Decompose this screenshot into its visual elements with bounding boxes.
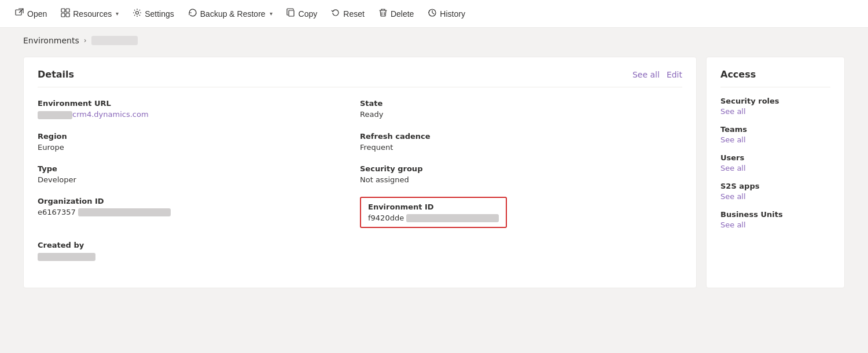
created-by-label: Created by bbox=[38, 241, 360, 249]
backup-restore-icon bbox=[188, 8, 197, 19]
env-id-text: f9420dde bbox=[368, 214, 404, 222]
created-by-blurred bbox=[38, 253, 95, 261]
resources-icon bbox=[61, 8, 70, 19]
backup-restore-button[interactable]: Backup & Restore ▾ bbox=[182, 5, 278, 23]
access-item-users: Users See all bbox=[720, 153, 830, 172]
backup-restore-dropdown-arrow: ▾ bbox=[270, 10, 273, 17]
refresh-cadence-value: Frequent bbox=[360, 143, 682, 152]
env-url-link[interactable]: crm4.dynamics.com bbox=[72, 110, 149, 119]
reset-button[interactable]: Reset bbox=[325, 5, 370, 23]
svg-rect-4 bbox=[66, 13, 69, 17]
region-value: Europe bbox=[38, 143, 360, 152]
see-all-link[interactable]: See all bbox=[632, 70, 660, 79]
state-field: State Ready bbox=[360, 99, 682, 132]
state-label: State bbox=[360, 99, 682, 108]
env-id-field: Environment ID f9420dde bbox=[360, 197, 682, 241]
region-field: Region Europe bbox=[38, 132, 360, 164]
access-item-s2s-apps: S2S apps See all bbox=[720, 182, 830, 201]
access-card-divider bbox=[720, 87, 830, 87]
security-group-value: Not assigned bbox=[360, 175, 682, 184]
users-see-all[interactable]: See all bbox=[720, 164, 746, 172]
org-id-label: Organization ID bbox=[38, 197, 360, 205]
env-id-value: f9420dde bbox=[368, 214, 499, 223]
access-item-teams: Teams See all bbox=[720, 125, 830, 144]
delete-icon bbox=[378, 8, 388, 19]
env-id-blurred bbox=[406, 214, 499, 222]
resources-label: Resources bbox=[73, 9, 112, 19]
copy-icon bbox=[286, 8, 296, 19]
reset-icon bbox=[331, 8, 340, 19]
env-id-label: Environment ID bbox=[368, 203, 499, 211]
business-units-see-all[interactable]: See all bbox=[720, 220, 746, 229]
access-item-security-roles: Security roles See all bbox=[720, 97, 830, 116]
settings-label: Settings bbox=[145, 9, 174, 19]
refresh-cadence-field: Refresh cadence Frequent bbox=[360, 132, 682, 164]
resources-dropdown-arrow: ▾ bbox=[116, 10, 119, 17]
svg-rect-1 bbox=[61, 9, 65, 12]
resources-button[interactable]: Resources ▾ bbox=[55, 5, 124, 23]
access-card-title: Access bbox=[720, 69, 830, 80]
backup-restore-label: Backup & Restore bbox=[200, 9, 266, 19]
org-id-field: Organization ID e6167357 bbox=[38, 197, 360, 241]
s2s-apps-see-all[interactable]: See all bbox=[720, 192, 746, 201]
breadcrumb: Environments › bbox=[0, 28, 868, 51]
edit-link[interactable]: Edit bbox=[667, 70, 682, 79]
s2s-apps-label: S2S apps bbox=[720, 182, 830, 190]
open-icon bbox=[15, 8, 24, 19]
teams-label: Teams bbox=[720, 125, 830, 134]
org-id-text: e6167357 bbox=[38, 208, 76, 216]
delete-button[interactable]: Delete bbox=[373, 5, 420, 23]
svg-rect-0 bbox=[16, 10, 21, 15]
security-roles-see-all[interactable]: See all bbox=[720, 107, 746, 116]
details-card-divider bbox=[38, 87, 682, 87]
copy-button[interactable]: Copy bbox=[281, 5, 323, 23]
region-label: Region bbox=[38, 132, 360, 141]
history-label: History bbox=[440, 9, 465, 19]
history-icon bbox=[428, 8, 437, 19]
breadcrumb-current bbox=[91, 36, 138, 45]
access-card: Access Security roles See all Teams See … bbox=[706, 57, 845, 288]
settings-button[interactable]: Settings bbox=[127, 5, 180, 23]
env-id-highlighted-box: Environment ID f9420dde bbox=[360, 197, 507, 229]
state-value: Ready bbox=[360, 110, 682, 119]
refresh-cadence-label: Refresh cadence bbox=[360, 132, 682, 141]
business-units-label: Business Units bbox=[720, 210, 830, 219]
created-by-field: Created by bbox=[38, 241, 360, 274]
env-url-field: Environment URL crm4.dynamics.com bbox=[38, 99, 360, 132]
type-field: Type Developer bbox=[38, 164, 360, 197]
details-card-title: Details bbox=[38, 69, 74, 80]
org-id-blurred bbox=[78, 208, 171, 216]
svg-point-5 bbox=[136, 12, 139, 14]
env-url-label: Environment URL bbox=[38, 99, 360, 108]
teams-see-all[interactable]: See all bbox=[720, 135, 746, 144]
access-item-business-units: Business Units See all bbox=[720, 210, 830, 229]
env-url-value: crm4.dynamics.com bbox=[38, 110, 360, 119]
open-label: Open bbox=[27, 9, 47, 19]
security-roles-label: Security roles bbox=[720, 97, 830, 105]
fields-grid: Environment URL crm4.dynamics.com State … bbox=[38, 99, 682, 274]
svg-rect-2 bbox=[66, 9, 69, 12]
users-label: Users bbox=[720, 153, 830, 162]
type-label: Type bbox=[38, 164, 360, 173]
settings-icon bbox=[133, 8, 142, 19]
delete-label: Delete bbox=[391, 9, 414, 19]
breadcrumb-chevron: › bbox=[84, 36, 87, 45]
open-button[interactable]: Open bbox=[9, 5, 53, 23]
svg-rect-6 bbox=[289, 10, 294, 16]
reset-label: Reset bbox=[343, 9, 365, 19]
security-group-field: Security group Not assigned bbox=[360, 164, 682, 197]
type-value: Developer bbox=[38, 175, 360, 184]
main-content: Details See all Edit Environment URL crm… bbox=[0, 51, 868, 300]
details-card: Details See all Edit Environment URL crm… bbox=[23, 57, 697, 288]
details-card-header: Details See all Edit bbox=[38, 69, 682, 80]
security-group-label: Security group bbox=[360, 164, 682, 173]
created-by-value bbox=[38, 252, 360, 261]
copy-label: Copy bbox=[299, 9, 318, 19]
breadcrumb-environments[interactable]: Environments bbox=[23, 36, 79, 45]
details-card-actions: See all Edit bbox=[632, 70, 682, 79]
toolbar: Open Resources ▾ Settings bbox=[0, 0, 868, 28]
svg-rect-3 bbox=[61, 13, 65, 17]
history-button[interactable]: History bbox=[422, 5, 471, 23]
org-id-value: e6167357 bbox=[38, 208, 360, 217]
env-url-blurred bbox=[38, 111, 72, 119]
